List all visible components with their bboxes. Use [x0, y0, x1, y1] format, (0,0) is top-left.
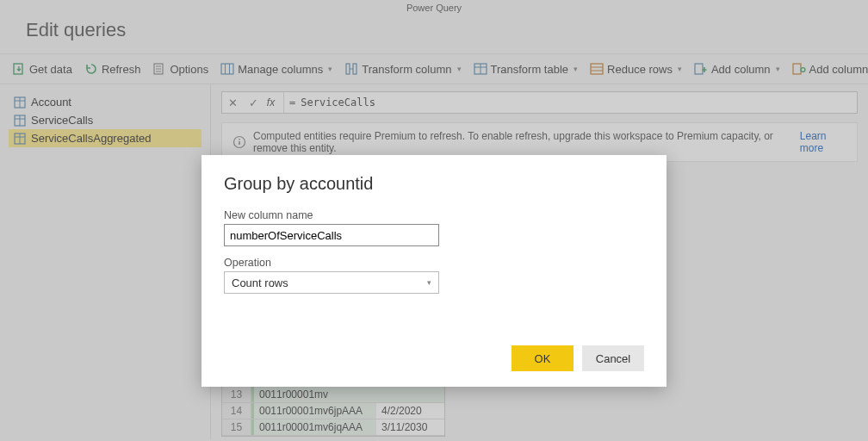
cancel-button[interactable]: Cancel: [582, 345, 644, 371]
group-by-dialog: Group by accountid New column name Opera…: [202, 155, 666, 387]
ok-button[interactable]: OK: [512, 345, 574, 371]
operation-label: Operation: [224, 257, 644, 269]
new-column-name-label: New column name: [224, 209, 644, 221]
operation-value: Count rows: [232, 276, 288, 289]
dialog-title: Group by accountid: [224, 174, 644, 194]
new-column-name-input[interactable]: [224, 224, 439, 246]
operation-select[interactable]: Count rows ▾: [224, 271, 439, 294]
chevron-down-icon: ▾: [427, 278, 431, 287]
modal-overlay: Group by accountid New column name Opera…: [0, 0, 868, 441]
